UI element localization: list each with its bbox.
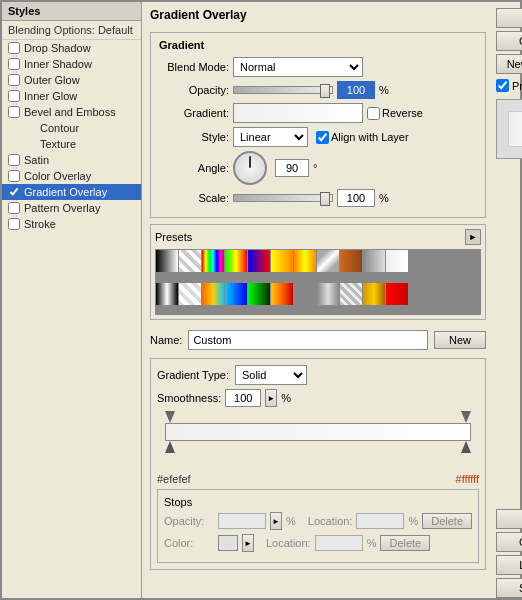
angle-row: Angle: ° bbox=[159, 151, 477, 185]
opacity-stop-input[interactable] bbox=[218, 513, 266, 529]
preset-swatch-16[interactable] bbox=[271, 283, 293, 305]
preset-swatch-9[interactable] bbox=[363, 250, 385, 272]
preset-swatch-14[interactable] bbox=[225, 283, 247, 305]
new-button[interactable]: New bbox=[434, 331, 486, 349]
satin-checkbox[interactable] bbox=[8, 154, 20, 166]
bevel-emboss-checkbox[interactable] bbox=[8, 106, 20, 118]
sidebar-item-label: Pattern Overlay bbox=[24, 202, 100, 214]
pattern-overlay-checkbox[interactable] bbox=[8, 202, 20, 214]
save-button[interactable]: Save... bbox=[496, 578, 522, 598]
preset-swatch-20[interactable] bbox=[363, 283, 385, 305]
styles-panel-title: Styles bbox=[2, 2, 141, 21]
stroke-checkbox[interactable] bbox=[8, 218, 20, 230]
preview-checkbox[interactable] bbox=[496, 79, 509, 92]
gradient-swatch[interactable] bbox=[233, 103, 363, 123]
color-stop-arrow[interactable]: ► bbox=[242, 534, 254, 552]
gradient-group: Gradient Blend Mode: Normal Opacity: bbox=[150, 32, 486, 218]
sidebar-item-gradient-overlay[interactable]: Gradient Overlay bbox=[2, 184, 141, 200]
color-overlay-checkbox[interactable] bbox=[8, 170, 20, 182]
color-delete-button[interactable]: Delete bbox=[380, 535, 430, 551]
smoothness-arrow[interactable]: ► bbox=[265, 389, 277, 407]
new-style-button[interactable]: New Style... bbox=[496, 54, 522, 74]
gradient-bar-container bbox=[165, 411, 471, 453]
presets-title: Presets bbox=[155, 231, 192, 243]
preset-swatch-1[interactable] bbox=[179, 250, 201, 272]
sidebar-item-satin[interactable]: Satin bbox=[2, 152, 141, 168]
preset-swatch-13[interactable] bbox=[202, 283, 224, 305]
ok-button[interactable]: OK bbox=[496, 8, 522, 28]
preset-swatch-7[interactable] bbox=[317, 250, 339, 272]
style-select[interactable]: Linear bbox=[233, 127, 308, 147]
sidebar-item-inner-shadow[interactable]: Inner Shadow bbox=[2, 56, 141, 72]
preset-swatch-4[interactable] bbox=[248, 250, 270, 272]
blending-options-label[interactable]: Blending Options: Default bbox=[2, 21, 141, 40]
sidebar-item-color-overlay[interactable]: Color Overlay bbox=[2, 168, 141, 184]
sidebar-item-label: Drop Shadow bbox=[24, 42, 91, 54]
blend-mode-select[interactable]: Normal bbox=[233, 57, 363, 77]
presets-menu-arrow[interactable]: ► bbox=[465, 229, 481, 245]
sidebar-item-stroke[interactable]: Stroke bbox=[2, 216, 141, 232]
drop-shadow-checkbox[interactable] bbox=[8, 42, 20, 54]
cancel-button[interactable]: Cancel bbox=[496, 31, 522, 51]
preset-swatch-3[interactable] bbox=[225, 250, 247, 272]
reverse-checkbox[interactable] bbox=[367, 107, 380, 120]
sidebar-item-pattern-overlay[interactable]: Pattern Overlay bbox=[2, 200, 141, 216]
smoothness-row: Smoothness: ► % bbox=[157, 389, 479, 407]
preset-swatch-17[interactable] bbox=[294, 283, 316, 305]
align-layer-checkbox[interactable] bbox=[316, 131, 329, 144]
preset-swatch-8[interactable] bbox=[340, 250, 362, 272]
sidebar-item-drop-shadow[interactable]: Drop Shadow bbox=[2, 40, 141, 56]
opacity-stop-left[interactable] bbox=[165, 411, 175, 423]
scale-input[interactable] bbox=[337, 189, 375, 207]
scale-slider-thumb[interactable] bbox=[320, 192, 330, 206]
preset-swatch-21[interactable] bbox=[386, 283, 408, 305]
opacity-stop-arrow[interactable]: ► bbox=[270, 512, 282, 530]
sidebar-item-label: Outer Glow bbox=[24, 74, 80, 86]
preset-swatch-2[interactable] bbox=[202, 250, 224, 272]
color-location-input[interactable] bbox=[315, 535, 363, 551]
color-stop-left[interactable] bbox=[165, 441, 175, 453]
gradient-bar[interactable] bbox=[165, 423, 471, 441]
color-stop-swatch[interactable] bbox=[218, 535, 238, 551]
preset-swatch-6[interactable] bbox=[294, 250, 316, 272]
preset-swatch-5[interactable] bbox=[271, 250, 293, 272]
align-layer-label[interactable]: Align with Layer bbox=[316, 131, 409, 144]
load-button[interactable]: Load... bbox=[496, 555, 522, 575]
preset-swatch-18[interactable] bbox=[317, 283, 339, 305]
sidebar-item-label: Gradient Overlay bbox=[24, 186, 107, 198]
opacity-stop-right[interactable] bbox=[461, 411, 471, 423]
angle-input[interactable] bbox=[275, 159, 309, 177]
sidebar-item-contour[interactable]: Contour bbox=[2, 120, 141, 136]
name-input[interactable] bbox=[188, 330, 428, 350]
right-panel: Gradient Overlay Gradient Blend Mode: No… bbox=[142, 2, 522, 598]
inner-glow-checkbox[interactable] bbox=[8, 90, 20, 102]
preset-swatch-12[interactable] bbox=[179, 283, 201, 305]
blend-mode-label: Blend Mode: bbox=[159, 61, 229, 73]
sidebar-item-texture[interactable]: Texture bbox=[2, 136, 141, 152]
sidebar-item-label: Texture bbox=[40, 138, 76, 150]
presets-ok-button[interactable]: OK bbox=[496, 509, 522, 529]
preset-swatch-10[interactable] bbox=[386, 250, 408, 272]
gradient-overlay-checkbox[interactable] bbox=[8, 186, 20, 198]
opacity-slider-thumb[interactable] bbox=[320, 84, 330, 98]
preset-swatch-0[interactable] bbox=[156, 250, 178, 272]
preset-swatch-19[interactable] bbox=[340, 283, 362, 305]
opacity-slider[interactable] bbox=[233, 86, 333, 94]
smoothness-input[interactable] bbox=[225, 389, 261, 407]
presets-cancel-button[interactable]: Cancel bbox=[496, 532, 522, 552]
opacity-location-input[interactable] bbox=[356, 513, 404, 529]
color-stop-right[interactable] bbox=[461, 441, 471, 453]
angle-knob[interactable] bbox=[233, 151, 267, 185]
sidebar-item-outer-glow[interactable]: Outer Glow bbox=[2, 72, 141, 88]
sidebar-item-inner-glow[interactable]: Inner Glow bbox=[2, 88, 141, 104]
sidebar-item-bevel-emboss[interactable]: Bevel and Emboss bbox=[2, 104, 141, 120]
gradient-type-select[interactable]: Solid bbox=[235, 365, 307, 385]
scale-slider[interactable] bbox=[233, 194, 333, 202]
opacity-delete-button[interactable]: Delete bbox=[422, 513, 472, 529]
inner-shadow-checkbox[interactable] bbox=[8, 58, 20, 70]
preset-swatch-11[interactable] bbox=[156, 283, 178, 305]
preset-swatch-15[interactable] bbox=[248, 283, 270, 305]
outer-glow-checkbox[interactable] bbox=[8, 74, 20, 86]
reverse-label[interactable]: Reverse bbox=[367, 107, 423, 120]
opacity-input[interactable] bbox=[337, 81, 375, 99]
